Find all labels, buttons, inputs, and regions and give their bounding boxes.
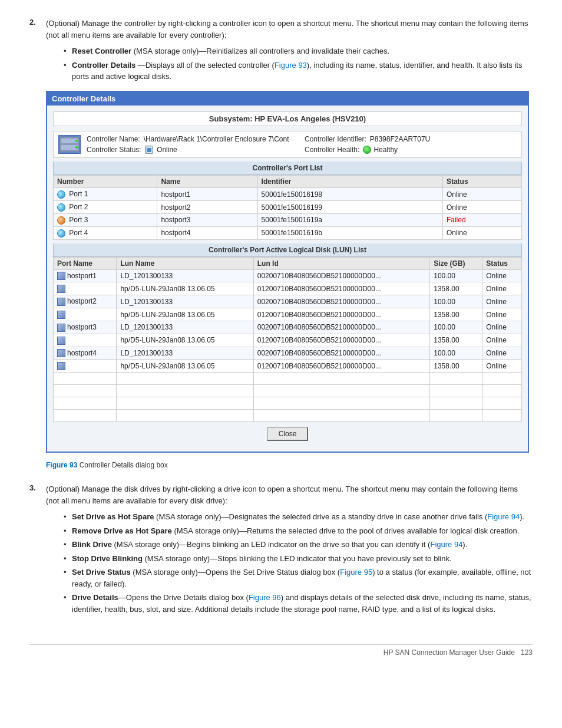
empty-cell [117,373,253,385]
bullet-bold-2: Controller Details [72,61,135,70]
port-number-cell: Port 3 [54,213,157,226]
figure-93-link[interactable]: Figure 93 [275,61,307,70]
step3-bullet-link[interactable]: Figure 94 [487,512,520,521]
empty-cell [253,385,430,397]
empty-cell [430,373,482,385]
lun-port-icon-empty [57,362,65,370]
lun-name-cell: LD_1201300133 [117,321,253,334]
lun-table-header-row: Port Name Lun Name Lun Id Size (GB) Stat… [54,257,522,269]
step-2-content: (Optional) Manage the controller by righ… [46,18,533,477]
lun-id-cell: 00200710B4080560DB52100000D00... [253,269,430,282]
step3-bullet-bold: Set Drive Status [72,568,131,577]
controller-name-value: \Hardware\Rack 1\Controller Enclosure 7\… [144,135,289,143]
step-3-content: (Optional) Manage the disk drives by rig… [46,483,533,621]
lun-id-cell: 01200710B4080560DB52100000D00... [253,360,430,373]
bullet-controller-details: Controller Details —Displays all of the … [64,60,533,83]
controller-status-label: Controller Status: [87,146,141,154]
controller-id-value: P8398F2AART07U [370,135,431,143]
port-name-cell: hostport2 [157,201,257,214]
port-table-body: Port 1 hostport1 50001fe150016198 Online… [54,188,522,239]
close-button[interactable]: Close [267,427,309,441]
step-3-text: (Optional) Manage the disk drives by rig… [46,483,533,506]
footer-guide: HP SAN Connection Manager User Guide [384,648,515,657]
lun-row: hostport1 LD_1201300133 00200710B4080560… [54,269,522,282]
svg-point-4 [75,146,78,149]
step3-bullet-rest: (MSA storage only)—Opens the Set Drive S… [131,568,340,577]
empty-cell [482,410,522,422]
step-2: 2. (Optional) Manage the controller by r… [29,18,533,477]
lun-status-cell: Online [482,360,522,373]
controller-details-dialog: Controller Details Subsystem: HP EVA-Los… [46,91,529,453]
port-identifier-cell: 50001fe15001619a [257,213,442,226]
footer-page: 123 [521,648,533,657]
lun-id-cell: 01200710B4080560DB52100000D00... [253,334,430,347]
lun-port-cell: hostport1 [54,269,117,282]
port-identifier-cell: 50001fe150016199 [257,201,442,214]
port-col-name: Name [157,176,257,188]
health-text: Healthy [373,146,398,154]
lun-row: hostport3 LD_1201300133 00200710B4080560… [54,321,522,334]
step-2-text: (Optional) Manage the controller by righ… [46,18,533,41]
step3-bullet-item: Set Drive as Hot Spare (MSA storage only… [64,511,533,523]
port-name-cell: hostport4 [157,226,257,239]
figure-caption: Figure 93 Controller Details dialog box [46,461,533,469]
empty-cell [54,410,117,422]
step3-bullet-link[interactable]: Figure 95 [340,568,372,577]
port-row: Port 4 hostport4 50001fe15001619b Online [54,226,522,239]
lun-port-cell: hostport2 [54,295,117,308]
page-footer: HP SAN Connection Manager User Guide 123 [29,644,533,657]
port-status-cell: Online [442,188,521,201]
svg-rect-2 [61,145,78,150]
empty-cell [430,410,482,422]
port-row: Port 1 hostport1 50001fe150016198 Online [54,188,522,201]
lun-id-cell: 01200710B4080560DB52100000D00... [253,282,430,295]
port-list-table: Number Name Identifier Status Port 1 hos… [53,175,522,239]
port-icon [57,229,65,238]
lun-table-wrap: Port Name Lun Name Lun Id Size (GB) Stat… [53,257,522,423]
port-col-number: Number [54,176,157,188]
controller-info-row: Controller Name: \Hardware\Rack 1\Contro… [53,131,522,159]
port-row: Port 3 hostport3 50001fe15001619a Failed [54,213,522,226]
step3-bullet-link[interactable]: Figure 94 [430,540,462,549]
bullet-reset-controller: Reset Controller (MSA storage only)—Rein… [64,45,533,57]
lun-port-cell [54,308,117,321]
lun-port-icon [57,298,65,306]
bullet-rest-1: (MSA storage only)—Reinitializes all con… [134,47,389,55]
lun-port-cell [54,360,117,373]
controller-icon [58,135,81,154]
step3-bullet-bold: Blink Drive [72,540,112,549]
svg-rect-6 [147,148,151,152]
port-name-cell: hostport3 [157,213,257,226]
lun-empty-row [54,410,522,422]
port-number-cell: Port 1 [54,188,157,201]
port-col-status: Status [442,176,521,188]
controller-name-row: Controller Name: \Hardware\Rack 1\Contro… [87,135,299,143]
empty-cell [482,397,522,410]
lun-status-cell: Online [482,347,522,360]
step-3: 3. (Optional) Manage the disk drives by … [29,483,533,621]
step-number-3: 3. [29,483,40,621]
step3-bullet-item: Drive Details—Opens the Drive Details di… [64,592,533,615]
controller-status-row: Controller Status: Online [87,146,299,154]
port-table-header-row: Number Name Identifier Status [54,176,522,188]
lun-status-cell: Online [482,334,522,347]
lun-size-cell: 1358.00 [430,282,482,295]
port-identifier-cell: 50001fe150016198 [257,188,442,201]
controller-id-row: Controller Identifier: P8398F2AART07U [305,135,517,143]
controller-health-row: Controller Health: Healthy [305,146,517,154]
lun-row: hp/D5-LUN-29Jan08 13.06.05 01200710B4080… [54,334,522,347]
lun-port-cell: hostport4 [54,347,117,360]
bullet-rest-2: —Displays all of the selected controller… [138,61,275,70]
step3-bullet-item: Remove Drive as Hot Spare (MSA storage o… [64,525,533,537]
lun-name-cell: hp/D5-LUN-29Jan08 13.06.05 [117,360,253,373]
lun-size-cell: 100.00 [430,347,482,360]
step3-bullet-item: Stop Drive Blinking (MSA storage only)—S… [64,553,533,565]
lun-row: hp/D5-LUN-29Jan08 13.06.05 01200710B4080… [54,282,522,295]
step3-bullet-link[interactable]: Figure 96 [249,593,281,602]
controller-status-value: Online [145,146,177,154]
lun-port-icon-empty [57,311,65,319]
dialog-footer: Close [53,422,522,446]
port-name-cell: hostport1 [157,188,257,201]
lun-port-icon [57,349,65,357]
controller-health-label: Controller Health: [305,146,359,154]
